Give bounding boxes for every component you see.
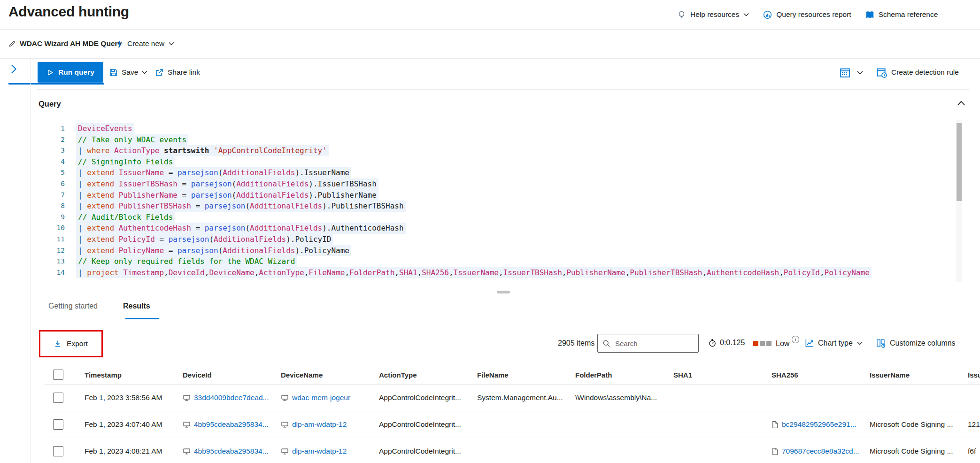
code-text: | extend IssuerTBSHash = parsejson(Addit… <box>76 178 378 190</box>
help-resources-button[interactable]: Help resources <box>677 10 749 19</box>
code-text: | extend PublisherName = parsejson(Addit… <box>76 190 378 201</box>
cell-link[interactable]: dlp-am-wdatp-12 <box>292 447 347 455</box>
query-tab-bar: WDAC Wizard AH MDE Query Create new <box>0 29 980 59</box>
column-header[interactable]: ActionType <box>379 371 477 379</box>
chart-type-label: Chart type <box>818 339 853 347</box>
scrollbar-thumb[interactable] <box>957 123 962 201</box>
column-header[interactable]: Issu <box>968 371 980 379</box>
code-line: 8| extend PublisherTBSHash = parsejson(A… <box>42 201 953 212</box>
cell-text: Feb 1, 2023 4:08:21 AM <box>85 447 162 455</box>
column-header[interactable]: Timestamp <box>85 371 183 379</box>
results-tab-underline <box>125 318 159 319</box>
cell-text: Feb 1, 2023 3:58:56 AM <box>85 394 162 402</box>
tab-results[interactable]: Results <box>123 302 150 317</box>
share-link-label: Share link <box>168 68 200 77</box>
chevron-down-icon <box>169 42 174 46</box>
cell-text: Feb 1, 2023 4:07:40 AM <box>85 420 162 429</box>
run-query-button[interactable]: Run query <box>38 62 103 83</box>
cell-link[interactable]: dlp-am-wdatp-12 <box>292 420 347 429</box>
expand-pane-chevron[interactable] <box>10 64 18 74</box>
code-text: // Take only WDAC events <box>76 134 188 146</box>
device-icon <box>183 448 191 455</box>
column-header[interactable]: SHA256 <box>772 371 870 379</box>
cell-text: AppControlCodeIntegrit... <box>379 394 461 402</box>
column-header[interactable]: DeviceId <box>183 371 281 379</box>
search-input[interactable] <box>614 339 687 348</box>
save-label: Save <box>122 68 138 77</box>
code-line: 5| extend IssuerName = parsejson(Additio… <box>42 167 953 178</box>
row-checkbox[interactable] <box>53 393 63 403</box>
line-number: 1 <box>42 123 65 134</box>
tab-label: WDAC Wizard AH MDE Query <box>20 39 122 48</box>
column-header[interactable]: FolderPath <box>575 371 673 379</box>
customize-columns-button[interactable]: Customize columns <box>876 339 956 348</box>
table-row[interactable]: Feb 1, 2023 4:07:40 AM4bb95cdeaba295834.… <box>45 411 980 438</box>
header-actions: Help resources Query resources report Sc… <box>677 0 980 29</box>
run-query-label: Run query <box>58 68 94 77</box>
app-header: Advanced hunting Help resources Query re… <box>0 0 980 30</box>
line-number: 12 <box>42 245 65 256</box>
cell-link[interactable]: 33dd4009bdee7dead... <box>194 394 269 402</box>
search-box[interactable] <box>597 334 699 353</box>
cell-link[interactable]: 709687cecc8e8a32cd... <box>782 447 859 455</box>
export-annotation-box: Export <box>39 330 103 357</box>
tab-wdac-wizard-query[interactable]: WDAC Wizard AH MDE Query <box>8 29 122 58</box>
share-link-button[interactable]: Share link <box>155 62 200 83</box>
plus-icon <box>116 40 123 47</box>
collapse-query-chevron-icon[interactable] <box>957 100 965 106</box>
code-text: | extend AuthenticodeHash = parsejson(Ad… <box>76 223 406 234</box>
info-icon[interactable]: i <box>792 336 799 343</box>
chevron-down-icon <box>857 341 863 345</box>
tab-getting-started[interactable]: Getting started <box>48 302 98 317</box>
export-button[interactable]: Export <box>51 339 91 348</box>
code-text: // Audit/Block Fields <box>76 212 175 223</box>
active-tab-underline <box>8 83 104 85</box>
query-code-editor[interactable]: 1DeviceEvents2// Take only WDAC events3|… <box>42 123 953 279</box>
file-icon <box>772 421 779 429</box>
editor-scrollbar[interactable] <box>956 120 962 282</box>
splitter-handle[interactable] <box>497 291 510 293</box>
page-title: Advanced hunting <box>8 4 129 20</box>
column-header[interactable]: FileName <box>477 371 575 379</box>
chevron-down-icon[interactable] <box>857 70 863 75</box>
line-number: 4 <box>42 156 65 168</box>
select-all-checkbox[interactable] <box>53 370 63 380</box>
code-text: DeviceEvents <box>76 123 134 134</box>
create-detection-rule-button[interactable]: Create detection rule <box>876 67 959 78</box>
save-button[interactable]: Save <box>109 62 147 83</box>
table-row[interactable]: Feb 1, 2023 3:58:56 AM33dd4009bdee7dead.… <box>45 385 980 411</box>
results-tab-bar: Getting started Results <box>48 302 150 317</box>
schema-reference-button[interactable]: Schema reference <box>865 10 938 19</box>
chart-type-button[interactable]: Chart type <box>805 339 863 347</box>
chevron-down-icon <box>142 70 147 74</box>
cell-text: f6f <box>968 447 976 455</box>
create-new-button[interactable]: Create new <box>116 29 174 58</box>
row-checkbox[interactable] <box>53 419 63 430</box>
code-line: 9// Audit/Block Fields <box>42 212 953 223</box>
help-resources-label: Help resources <box>690 10 739 19</box>
cell-text: 121 <box>968 420 980 429</box>
cell-link[interactable]: wdac-mem-jogeur <box>292 394 350 402</box>
cell-link[interactable]: 4bb95cdeaba295834... <box>194 447 269 455</box>
query-resources-report-button[interactable]: Query resources report <box>763 10 851 19</box>
report-icon <box>763 10 772 19</box>
table-row[interactable]: Feb 1, 2023 4:08:21 AM4bb95cdeaba295834.… <box>45 438 980 463</box>
usage-square-1 <box>753 341 758 346</box>
customize-columns-label: Customize columns <box>890 339 956 347</box>
usage-square-2 <box>760 341 765 346</box>
line-number: 11 <box>42 234 65 245</box>
query-panel-border <box>37 89 969 90</box>
device-icon <box>183 421 191 428</box>
column-header[interactable]: IssuerName <box>870 371 968 379</box>
columns-settings-icon <box>876 339 886 348</box>
row-checkbox[interactable] <box>53 446 63 456</box>
line-number: 13 <box>42 256 65 267</box>
column-header[interactable]: DeviceName <box>281 371 379 379</box>
cell-link[interactable]: bc29482952965e291... <box>782 420 857 429</box>
code-line: 11| extend PolicyId = parsejson(Addition… <box>42 234 953 245</box>
line-number: 14 <box>42 267 65 278</box>
time-range-calendar-icon[interactable] <box>840 67 850 78</box>
column-header[interactable]: SHA1 <box>673 371 772 379</box>
cell-link[interactable]: 4bb95cdeaba295834... <box>194 420 269 429</box>
line-number: 2 <box>42 134 65 146</box>
